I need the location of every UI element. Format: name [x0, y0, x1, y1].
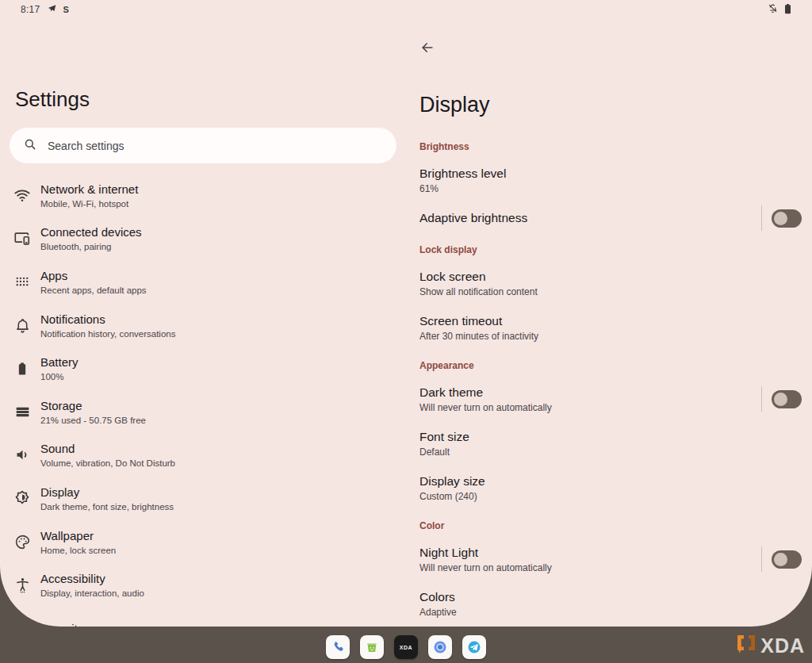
setting-adaptive-brightness[interactable]: Adaptive brightness [419, 209, 812, 227]
setting-value: 61% [419, 182, 812, 195]
setting-label: Font size [419, 428, 812, 446]
nav-item-label: Battery [40, 354, 79, 370]
nav-item-sub: Home, lock screen [40, 545, 116, 556]
sidebar-item-accessibility[interactable]: Accessibility Display, interaction, audi… [0, 563, 406, 607]
setting-brightness-level[interactable]: Brightness level 61% [419, 165, 812, 195]
taskbar-dock: XDA [326, 635, 486, 659]
setting-label: Colors [419, 588, 812, 606]
wifi-icon [12, 186, 33, 204]
toggle-divider [761, 205, 762, 231]
setting-label: Dark theme [419, 384, 812, 401]
toggle-divider [761, 386, 762, 412]
display-page-title: Display [419, 90, 812, 119]
nav-item-label: Display [40, 485, 174, 500]
nav-item-label: Accessibility [40, 571, 144, 586]
nav-item-sub: Display, interaction, audio [40, 588, 144, 599]
sidebar-item-wallpaper[interactable]: Wallpaper Home, lock screen [0, 520, 406, 564]
telegram-notification-icon [47, 4, 57, 16]
setting-display-size[interactable]: Display size Custom (240) [419, 473, 812, 503]
devices-icon [12, 230, 33, 247]
section-header-color: Color [419, 520, 812, 531]
night-light-toggle[interactable] [772, 550, 802, 569]
section-header-brightness: Brightness [419, 141, 812, 152]
nav-item-sub: Bluetooth, pairing [40, 241, 142, 252]
s-badge-icon: S [63, 5, 69, 14]
setting-night-light[interactable]: Night Light Will never turn on automatic… [419, 544, 812, 574]
setting-dark-theme[interactable]: Dark theme Will never turn on automatica… [419, 384, 812, 414]
xda-tile-label: XDA [400, 645, 412, 650]
notifications-off-icon [768, 3, 778, 16]
bell-icon [12, 317, 33, 334]
sidebar-item-sound[interactable]: Sound Volume, vibration, Do Not Disturb [0, 434, 406, 477]
xda-watermark: XDA [736, 633, 805, 658]
chromium-app-icon[interactable] [428, 635, 452, 659]
setting-label: Screen timeout [419, 312, 812, 330]
nav-item-sub: Recent apps, default apps [40, 285, 147, 296]
setting-label: Lock screen [419, 268, 812, 286]
nav-item-label: Storage [40, 398, 146, 413]
nav-item-label: Apps [40, 268, 147, 283]
search-bar[interactable] [10, 128, 396, 163]
sidebar-item-notifications[interactable]: Notifications Notification history, conv… [0, 304, 406, 347]
telegram-app-icon[interactable] [462, 635, 486, 659]
setting-value: After 30 minutes of inactivity [419, 330, 812, 343]
toggle-knob [774, 553, 787, 566]
setting-value: Adaptive [419, 606, 812, 619]
back-button[interactable] [419, 40, 439, 56]
section-header-lock-display: Lock display [419, 244, 812, 255]
nav-item-label: Network & internet [40, 182, 138, 197]
xda-app-icon[interactable]: XDA [394, 635, 418, 659]
apps-grid-icon [12, 274, 33, 289]
green-bin-app-icon[interactable] [360, 635, 384, 659]
adaptive-brightness-toggle[interactable] [772, 209, 802, 228]
section-header-appearance: Appearance [419, 360, 812, 371]
setting-lock-screen[interactable]: Lock screen Show all notification conten… [419, 268, 812, 298]
setting-screen-timeout[interactable]: Screen timeout After 30 minutes of inact… [419, 312, 812, 343]
setting-label: Display size [419, 473, 812, 490]
toggle-knob [774, 393, 787, 406]
dark-theme-toggle[interactable] [772, 390, 802, 408]
sidebar-item-battery[interactable]: Battery 100% [0, 347, 406, 390]
status-clock: 8:17 [21, 4, 40, 15]
nav-item-sub: Dark theme, font size, brightness [40, 501, 174, 512]
sidebar-item-display[interactable]: Display Dark theme, font size, brightnes… [0, 477, 406, 520]
speaker-icon [12, 446, 33, 463]
nav-item-sub: 100% [40, 371, 79, 382]
page-title: Settings [15, 86, 406, 113]
setting-label: Brightness level [419, 165, 812, 182]
search-input[interactable] [48, 140, 383, 152]
sidebar-item-apps[interactable]: Apps Recent apps, default apps [0, 260, 406, 304]
nav-item-sub: Notification history, conversations [40, 328, 175, 339]
palette-icon [12, 534, 33, 550]
setting-label: Adaptive brightness [419, 209, 812, 227]
nav-item-label: Sound [40, 441, 175, 456]
back-arrow-icon [419, 40, 435, 56]
display-brightness-icon [12, 489, 33, 507]
toggle-divider [761, 546, 762, 572]
nav-item-sub: Mobile, Wi-Fi, hotspot [40, 198, 138, 209]
sidebar-item-security[interactable]: Security [0, 607, 406, 627]
setting-colors[interactable]: Colors Adaptive [419, 588, 812, 619]
nav-item-label: Notifications [40, 312, 175, 327]
setting-font-size[interactable]: Font size Default [419, 428, 812, 458]
xda-logo-icon [736, 633, 756, 658]
sidebar-item-connected-devices[interactable]: Connected devices Bluetooth, pairing [0, 217, 406, 261]
nav-item-label: Security [40, 621, 83, 627]
display-settings-pane: Display Brightness Brightness level 61% … [406, 19, 812, 627]
phone-app-icon[interactable] [326, 635, 350, 659]
nav-item-sub: 21% used - 50.75 GB free [40, 415, 146, 426]
status-bar: 8:17 S [0, 0, 812, 19]
accessibility-icon [12, 577, 33, 593]
battery-full-icon [12, 361, 33, 377]
settings-app-window: 8:17 S Settings [0, 0, 812, 627]
toggle-knob [774, 212, 787, 225]
nav-item-sub: Volume, vibration, Do Not Disturb [40, 458, 175, 469]
nav-item-label: Wallpaper [40, 528, 116, 543]
settings-list-pane: Settings Network & [0, 19, 406, 627]
sidebar-item-storage[interactable]: Storage 21% used - 50.75 GB free [0, 390, 406, 434]
setting-value: Custom (240) [419, 490, 812, 503]
battery-icon [784, 3, 791, 17]
sidebar-item-network-internet[interactable]: Network & internet Mobile, Wi-Fi, hotspo… [0, 174, 406, 217]
setting-value: Default [419, 446, 812, 458]
nav-item-label: Connected devices [40, 224, 142, 240]
